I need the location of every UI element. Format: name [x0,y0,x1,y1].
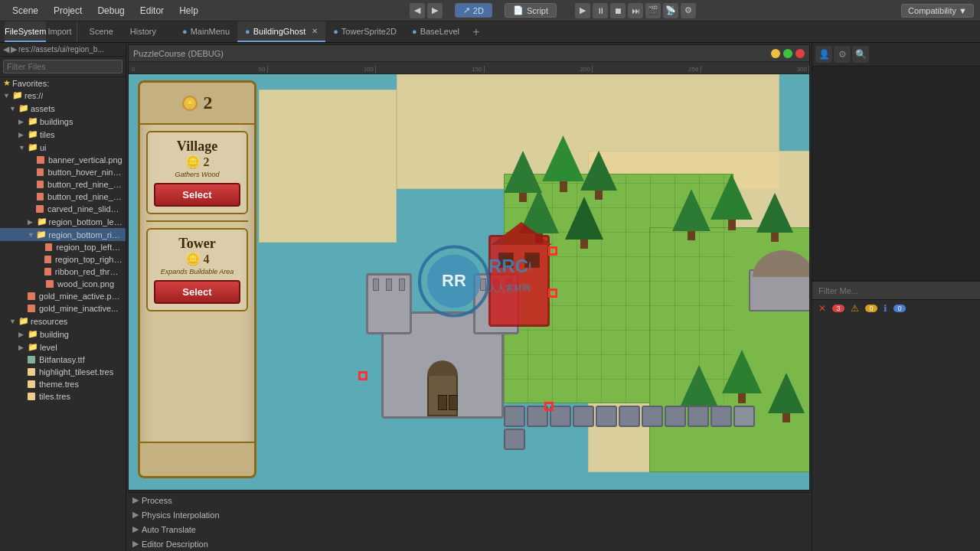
info-count: 0 [893,305,906,312]
tab-filesystem[interactable]: FileSystem [5,21,46,42]
arrow-icon: ▼ [9,318,17,325]
tab-baselevel[interactable]: ● BaseLevel [404,21,467,42]
menu-project[interactable]: Project [47,4,88,18]
movie-icon[interactable]: 🎬 [645,3,661,18]
menu-help[interactable]: Help [173,4,204,18]
filter-input[interactable] [812,281,980,299]
menu-scene[interactable]: Scene [6,4,44,18]
tree-label: res:// [24,91,43,100]
tres-icon [28,368,35,376]
arrow-icon: ▶ [132,510,139,520]
tree-item-resources[interactable]: ▼ 📁 resources [0,315,126,328]
tree-item-highlight-tileset[interactable]: highlight_tileset.tres [0,366,126,378]
props-process[interactable]: ▶ Process [126,493,812,507]
nav-back-icon[interactable]: ◀ [3,44,9,54]
arrow-right-icon[interactable]: ▶ [427,3,443,18]
folder-icon: 📁 [28,329,38,339]
props-editor-description[interactable]: ▶ Editor Description [126,536,812,551]
tree-item-bitfantasy[interactable]: Bitfantasy.ttf [0,354,126,366]
menu-debug[interactable]: Debug [91,4,130,18]
inspector-search-icon[interactable]: 🔍 [852,46,869,63]
tab-buildingghost[interactable]: ● BuildingGhost ✕ [237,21,325,42]
coin-header: 🪙 2 [182,93,213,113]
tree-item-region-top-left[interactable]: region_top_left.png [0,241,126,253]
tree-item-region-bottom-right[interactable]: ▼ 📁 region_bottom_righ... [0,228,126,241]
tree-item-assets[interactable]: ▼ 📁 assets [0,102,126,115]
props-physics-interpolation[interactable]: ▶ Physics Interpolation [126,507,812,522]
tree-item-buildings[interactable]: ▶ 📁 buildings [0,115,126,128]
arrow-left-icon[interactable]: ◀ [410,3,425,18]
tree-item-btn-hover[interactable]: button_hover_nine... [0,166,126,178]
tree-item-tiles[interactable]: tiles.tres [0,390,126,403]
stop-icon[interactable]: ⏹ [610,3,626,18]
tab-mainmenu[interactable]: ● MainMenu [175,21,237,42]
play-controls: ▶ ⏸ ⏹ ⏭ 🎬 📡 ⚙ [575,3,696,18]
tree-item-tiles[interactable]: ▶ 📁 tiles [0,128,126,141]
menu-editor[interactable]: Editor [134,4,170,18]
tree-item-gold-active[interactable]: gold_mine_active.pn... [0,290,126,302]
nav-forward-icon[interactable]: ▶ [11,44,17,54]
play-icon[interactable]: ▶ [575,3,590,18]
step-icon[interactable]: ⏭ [628,3,643,18]
tower-select-button[interactable]: Select [154,280,240,304]
tab-import[interactable]: Import [47,21,71,42]
village-select-button[interactable]: Select [154,183,240,207]
tree-item-ui[interactable]: ▼ 📁 ui [0,141,126,154]
warning-icon: ⚠ [851,303,859,314]
tree-item-gold-inactive[interactable]: gold_mine_inactive... [0,302,126,315]
tree-item-wood-icon[interactable]: wood_icon.png [0,278,126,290]
inspector-node-icon[interactable]: ⚙ [834,46,851,63]
favorites-section: ★ Favorites: [0,77,126,89]
png-red-icon [37,193,44,201]
open-files-tabs: ● MainMenu ● BuildingGhost ✕ ● TowerSpri… [168,21,980,42]
tab-history[interactable]: History [122,21,164,42]
tree-label: tiles.tres [39,392,70,401]
favorites-star-icon: ★ [3,78,11,88]
tree-item-carved[interactable]: carved_nine_slides... [0,203,126,215]
remote-icon[interactable]: 📡 [663,3,678,18]
compatibility-button[interactable]: Compatibility ▼ [901,4,974,18]
tree-item-level[interactable]: ▶ 📁 level [0,341,126,354]
tab-towersprite2d[interactable]: ● TowerSprite2D [325,21,404,42]
tree-item-btn-red1[interactable]: button_red_nine_sl... [0,178,126,191]
tab-close-icon[interactable]: ✕ [312,27,318,35]
tree-label: assets [31,104,55,113]
breadcrumb-nav: ◀ ▶ res://assets/ui/region_b... [0,43,126,57]
folder-icon: 📁 [28,129,38,139]
tree-item-building[interactable]: ▶ 📁 building [0,328,126,341]
png-icon [45,243,52,251]
tree-8 [756,193,793,242]
tree-item-region-top-right[interactable]: region_top_right.pn... [0,253,126,266]
tree-label: carved_nine_slides... [47,204,122,214]
tree-label: ribbon_red_three_s... [55,267,122,276]
tree-item-ribbon[interactable]: ribbon_red_three_s... [0,266,126,278]
inspector-people-icon[interactable]: 👤 [815,46,832,63]
props-auto-translate[interactable]: ▶ Auto Translate [126,522,812,536]
minimize-button[interactable] [771,49,780,58]
stone-barricade [504,406,764,444]
tree-item-banner[interactable]: banner_vertical.png [0,154,126,166]
search-input[interactable] [3,60,122,73]
ruler-tick: 150 [376,66,485,73]
mode-script-button[interactable]: 📄Script [505,3,557,18]
folder-icon: 📁 [18,316,29,326]
pause-icon[interactable]: ⏸ [593,3,608,18]
add-tab-button[interactable]: + [467,21,485,42]
tree-label: wood_icon.png [57,279,114,289]
mode-2d-button[interactable]: ↗2D [455,3,492,18]
village-name: Village [154,139,240,155]
close-button[interactable] [795,49,805,58]
tree-item-res[interactable]: ▼ 📁 res:// [0,89,126,102]
tree-item-btn-red2[interactable]: button_red_nine_sl... [0,191,126,203]
tree-item-theme[interactable]: theme.tres [0,378,126,390]
tab-scene[interactable]: Scene [82,21,121,42]
png-icon [28,305,35,312]
tower-name: Tower [154,236,240,252]
tree-item-region-bottom-left[interactable]: ▶ 📁 region_bottom_left... [0,215,126,228]
arrow-icon: ▼ [18,144,26,152]
settings-icon[interactable]: ⚙ [681,3,696,18]
sand-terrain-1 [259,90,397,243]
scene-viewport[interactable]: 🪙 2 Village 🪙 2 Gathers Wood Select [129,74,809,490]
maximize-button[interactable] [783,49,792,58]
tree-5 [565,197,603,249]
